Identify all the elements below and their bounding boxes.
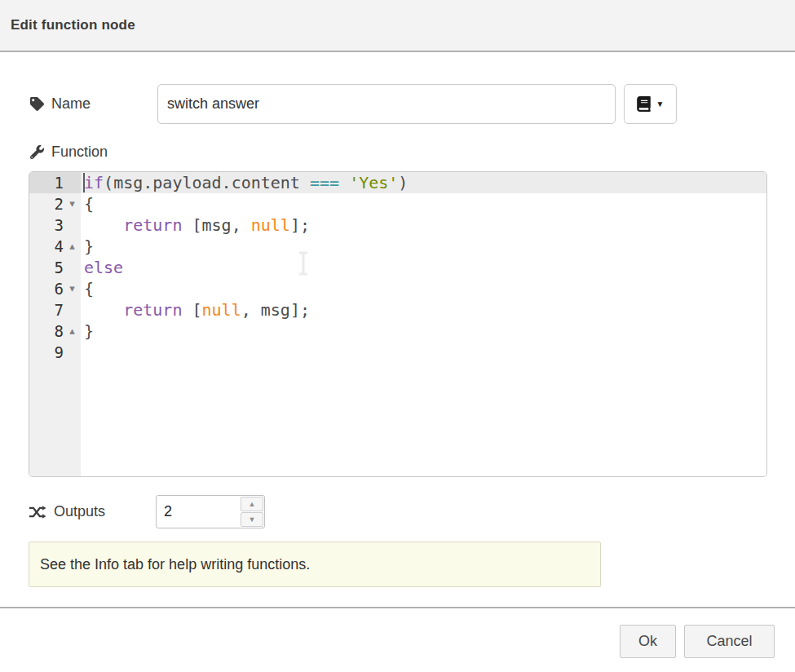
line-number: 5 [29, 257, 64, 278]
code-token: ]; [290, 215, 310, 235]
wrench-icon [30, 145, 44, 159]
outputs-spinner: ▲ ▼ [156, 495, 265, 528]
line-number: 7 [29, 299, 64, 321]
gutter-row: 9 [29, 342, 81, 363]
code-token: } [84, 321, 94, 341]
code-token: null [251, 215, 290, 235]
fold-up-icon[interactable]: ▴ [64, 321, 81, 342]
code-line[interactable]: else [81, 257, 766, 278]
cancel-button[interactable]: Cancel [684, 625, 775, 658]
code-token: return [123, 300, 182, 320]
name-label-group: Name [30, 95, 91, 113]
line-number: 9 [29, 342, 64, 363]
gutter-row: 8▴ [29, 321, 81, 342]
code-line[interactable] [81, 342, 766, 363]
code-token [84, 300, 123, 320]
shuffle-icon [29, 505, 46, 519]
editor-code[interactable]: if(msg.payload.content === 'Yes'){ retur… [81, 172, 766, 476]
code-token [339, 173, 349, 192]
spinner-buttons: ▲ ▼ [240, 496, 264, 528]
code-token: null [202, 300, 241, 320]
code-token: , msg]; [241, 300, 310, 320]
code-line[interactable]: } [81, 236, 766, 257]
fold-spacer [64, 299, 81, 321]
tip-box: See the Info tab for help writing functi… [29, 542, 601, 587]
gutter-row: 1 [29, 172, 81, 193]
code-line[interactable]: if(msg.payload.content === 'Yes') [81, 172, 766, 193]
function-label-group: Function [30, 144, 108, 161]
tag-icon [30, 97, 44, 111]
name-label: Name [51, 95, 91, 113]
fold-down-icon[interactable]: ▾ [64, 278, 81, 299]
code-line[interactable]: return [null, msg]; [81, 299, 766, 321]
code-token: (msg.payload.content [104, 173, 310, 192]
editor-gutter: 12▾34▴56▾78▴9 [29, 172, 81, 476]
code-token: { [84, 194, 94, 214]
dialog-title: Edit function node [11, 17, 135, 33]
text-cursor [83, 173, 85, 192]
dialog-header: Edit function node [0, 0, 795, 52]
outputs-label-group: Outputs [29, 503, 105, 520]
function-row: Function [30, 144, 108, 162]
spinner-up-button[interactable]: ▲ [241, 497, 263, 511]
function-label: Function [51, 144, 108, 161]
code-token [84, 215, 123, 235]
gutter-row: 3 [29, 214, 81, 236]
code-token: [msg, [182, 215, 250, 235]
fold-up-icon[interactable]: ▴ [64, 236, 81, 257]
gutter-row: 2▾ [29, 193, 81, 214]
line-number: 4 [29, 236, 64, 257]
gutter-row: 6▾ [29, 278, 81, 299]
code-line[interactable]: } [81, 321, 766, 342]
outputs-label: Outputs [54, 503, 105, 520]
ok-button[interactable]: Ok [620, 625, 676, 658]
code-editor[interactable]: 12▾34▴56▾78▴9 if(msg.payload.content ===… [29, 171, 767, 477]
fold-spacer [64, 342, 81, 363]
line-number: 2 [29, 193, 64, 214]
book-icon [637, 96, 651, 112]
line-number: 3 [29, 214, 64, 236]
name-input[interactable] [157, 84, 616, 124]
code-token: } [84, 237, 94, 256]
code-line[interactable]: return [msg, null]; [81, 214, 766, 236]
line-number: 1 [29, 172, 64, 193]
gutter-row: 4▴ [29, 236, 81, 257]
code-token: ) [398, 173, 408, 192]
code-token: [ [182, 300, 201, 320]
gutter-row: 5 [29, 257, 81, 278]
code-token: return [123, 215, 182, 235]
gutter-row: 7 [29, 299, 81, 321]
code-token: { [84, 279, 94, 298]
tip-text: See the Info tab for help writing functi… [40, 556, 310, 573]
spinner-down-button[interactable]: ▼ [241, 512, 263, 527]
code-token: if [84, 173, 104, 192]
name-row: Name [30, 84, 91, 124]
fold-spacer [64, 214, 81, 236]
code-line[interactable]: { [81, 278, 766, 299]
code-token: 'Yes' [349, 173, 398, 192]
outputs-input[interactable] [157, 496, 240, 528]
fold-spacer [64, 172, 81, 193]
code-token: else [84, 258, 123, 277]
spinner-down-icon: ▼ [249, 516, 256, 524]
code-token: === [310, 173, 339, 192]
code-line[interactable]: { [81, 193, 766, 214]
library-button[interactable]: ▼ [624, 84, 677, 124]
spinner-up-icon: ▲ [249, 501, 256, 508]
footer-buttons: Ok Cancel [620, 625, 775, 658]
fold-down-icon[interactable]: ▾ [64, 193, 81, 214]
fold-spacer [64, 257, 81, 278]
dialog-footer: Ok Cancel [0, 607, 795, 672]
line-number: 6 [29, 278, 64, 299]
outputs-row: Outputs [29, 495, 105, 528]
caret-down-icon: ▼ [656, 100, 665, 108]
line-number: 8 [29, 321, 64, 342]
